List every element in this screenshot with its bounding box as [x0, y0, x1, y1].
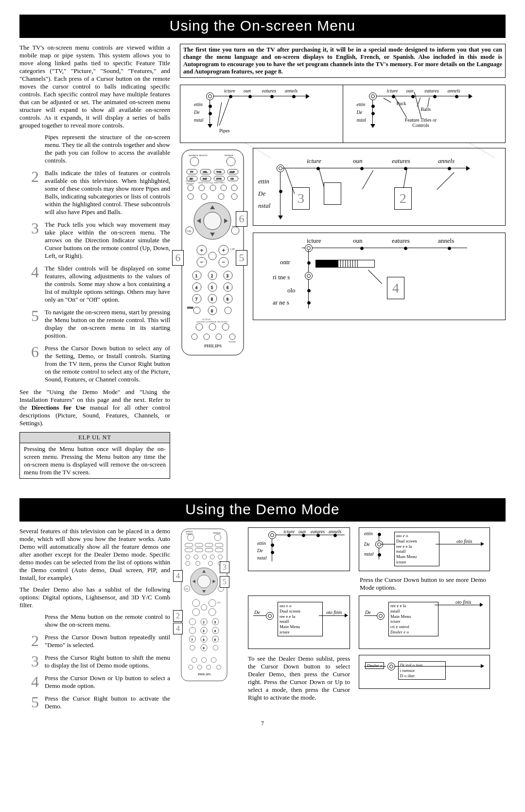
demo-tree-1: icture oun eatures annels ettin De nstal — [248, 527, 350, 571]
svg-text:TV: TV — [190, 171, 193, 173]
callout-5: 5 — [236, 250, 247, 266]
steps-list-1: 1Pipes represent the structure of the on… — [31, 133, 170, 383]
step-item: 4Press the Cursor Down or Up button to s… — [31, 674, 170, 690]
svg-text:0: 0 — [203, 647, 204, 650]
svg-text:9: 9 — [227, 297, 228, 302]
demo-para2: The Dealer Demo also has a sublist of th… — [19, 586, 170, 609]
svg-text:CH: CH — [217, 601, 221, 604]
step-item: 1Pipes represent the structure of the on… — [31, 133, 170, 164]
svg-point-111 — [197, 575, 210, 588]
svg-text:SOURCE: SOURCE — [186, 531, 193, 533]
svg-text:CD: CD — [230, 178, 234, 180]
balls-diagram: icture oun eatures annels ettin De nstal… — [343, 85, 506, 143]
step-item: 1Press the Menu button on the remote con… — [31, 613, 170, 629]
remote-illustration: SOURCE SELECT POWER TV CBL VCR AMP HD SA… — [180, 148, 245, 359]
svg-text:SELECT: SELECT — [186, 533, 193, 535]
svg-text:SOURCE SELECT: SOURCE SELECT — [189, 154, 208, 157]
demo-para1: Several features of this television can … — [19, 527, 170, 582]
first-time-notice: The first time you turn on the TV after … — [180, 44, 506, 78]
slider-diagram: icture oun eatures annels — [253, 233, 506, 320]
demo-callout-5: 5 — [220, 576, 229, 588]
svg-text:DVD: DVD — [216, 178, 222, 180]
svg-text:POWER: POWER — [213, 532, 221, 534]
help-body: Pressing the Menu button once will displ… — [20, 443, 170, 478]
svg-rect-87 — [181, 529, 227, 681]
step-item: 2Press the Cursor Down button repeatedly… — [31, 633, 170, 649]
step-item: 2Balls indicate the titles of features o… — [31, 169, 170, 216]
step-item: 3The Puck tells you which way movement m… — [31, 221, 170, 260]
svg-text:1: 1 — [195, 274, 197, 278]
outro-paragraph: See the "Using the Demo Mode" and "Using… — [19, 388, 170, 427]
svg-text:DNR VCR Prog. EXIT INFO+: DNR VCR Prog. EXIT INFO+ — [198, 181, 226, 184]
svg-text:7: 7 — [192, 638, 193, 641]
svg-text:+: + — [200, 248, 203, 253]
step-item: 4The Slider controls will be displayed o… — [31, 265, 170, 304]
svg-text:3: 3 — [227, 274, 228, 278]
svg-text:OK: OK — [187, 230, 192, 233]
demo-callout-4b: 4 — [173, 623, 183, 634]
svg-text:5: 5 — [211, 286, 213, 290]
svg-text:−: − — [222, 259, 225, 265]
step-item: 5Press the Cursor Right button to activa… — [31, 695, 170, 710]
svg-text:7: 7 — [195, 297, 197, 302]
svg-text:MOTION: MOTION — [186, 182, 194, 185]
svg-text:4: 4 — [195, 286, 197, 290]
svg-text:+: + — [222, 248, 225, 253]
svg-text:POWER: POWER — [225, 154, 233, 157]
svg-text:−: − — [200, 259, 203, 265]
svg-text:OK: OK — [185, 588, 189, 590]
help-head: ELP UL NT — [20, 433, 170, 443]
svg-text:AMP: AMP — [229, 171, 235, 173]
pipes-diagram: icture oun eatures annels ettin De nstal… — [180, 85, 343, 143]
right-note-2: To see the Dealer Demo sublist, press th… — [248, 655, 350, 702]
svg-text:2: 2 — [203, 621, 204, 624]
svg-text:CH: CH — [230, 248, 235, 251]
right-note-1: Press the Cursor Down button to see more… — [360, 576, 486, 592]
demo-callout-4a: 4 — [173, 570, 183, 582]
svg-text:ZOOM: ZOOM — [228, 341, 236, 343]
svg-text:0: 0 — [211, 309, 213, 313]
svg-text:6: 6 — [214, 630, 216, 632]
step-item: 5To navigate the on-screen menu, start b… — [31, 308, 170, 340]
svg-text:8: 8 — [203, 638, 204, 641]
callout-6b: 6 — [172, 250, 184, 266]
pipe-ball-diagrams: icture oun eatures annels ettin De nstal… — [180, 85, 506, 143]
svg-text:SOUND CONTROL PICTURE: SOUND CONTROL PICTURE — [196, 321, 228, 323]
svg-text:5: 5 — [203, 630, 204, 632]
demo-tree-3: De uto e o Dual screen ree e e la nstall… — [248, 595, 350, 649]
remote-illustration-small: POWERSOURCESELECT OK CH 23 56 — [180, 527, 238, 685]
section-1-title: Using the On-screen Menu — [19, 15, 506, 38]
svg-point-34 — [204, 212, 221, 230]
demo-callout-3: 3 — [220, 561, 229, 573]
intro-paragraph: The TV's on-screen menu controls are vie… — [19, 44, 170, 129]
svg-text:PHILIPS: PHILIPS — [204, 343, 222, 348]
page-number: 7 — [19, 720, 506, 727]
svg-text:CBL: CBL — [203, 171, 208, 173]
svg-text:SAT: SAT — [203, 178, 207, 180]
svg-text:6: 6 — [227, 286, 228, 290]
step-item: 3Press the Cursor Right button to shift … — [31, 654, 170, 669]
svg-text:3: 3 — [214, 621, 216, 624]
step-item: 6Press the Cursor Down button to select … — [31, 344, 170, 383]
callout-6a: 6 — [236, 211, 247, 227]
dealer-demo-diagram: Dealer e Di ital o tion i tsensor D o il… — [359, 655, 490, 689]
big-menu-diagram: ettin De nstal icture — [253, 148, 506, 226]
svg-text:VCR: VCR — [216, 171, 222, 173]
steps-list-2: 1Press the Menu button on the remote con… — [31, 613, 170, 710]
svg-text:9: 9 — [214, 638, 216, 641]
svg-text:8: 8 — [211, 297, 213, 302]
helpful-hint-box: ELP UL NT Pressing the Menu button once … — [19, 432, 170, 479]
demo-callout-2: 2 — [173, 610, 183, 622]
svg-text:2: 2 — [211, 274, 213, 278]
section-2-title: Using the Demo Mode — [19, 498, 506, 522]
svg-text:PHILIPS: PHILIPS — [198, 672, 211, 676]
demo-tree-2: ettin De nstal uto e o Dual screen ree e… — [359, 527, 490, 571]
remote-svg-icon: POWERSOURCESELECT OK CH 23 56 — [180, 527, 228, 683]
demo-tree-4: De ree e e la nstall Main Menu icture ct… — [359, 595, 490, 649]
svg-text:SURF: SURF — [187, 307, 193, 309]
